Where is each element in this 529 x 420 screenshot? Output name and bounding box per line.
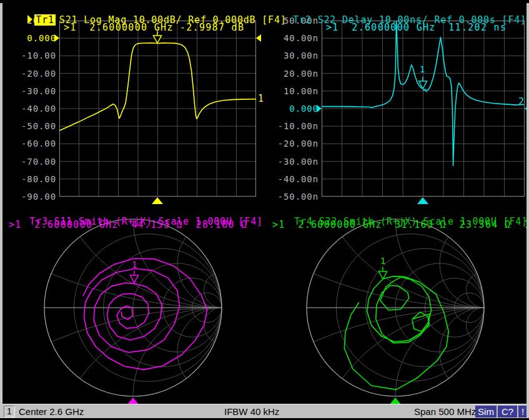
y-tick-label: -70.00	[21, 157, 56, 167]
marker-1-label-tr3: 1	[132, 260, 137, 270]
trace-label-tr2[interactable]: Tr2	[293, 14, 312, 26]
smith-chart-tr3	[39, 214, 227, 401]
y-tick-label: -30.00n	[278, 157, 319, 167]
marker-1-tr3[interactable]	[129, 271, 139, 286]
marker-readout-tr4: >1 2.6000000 GHz 31.163 Ω 23.364 Ω 1	[272, 219, 527, 230]
ref-level-marker-left-tr1[interactable]	[54, 34, 59, 42]
ref-level-marker-right-tr1[interactable]	[256, 34, 261, 42]
marker-readout-tr2: >1 2.6000000 GHz 11.202 ns	[326, 22, 523, 33]
marker-1-tr2[interactable]	[418, 77, 428, 92]
y-tick-label: -50.00	[21, 121, 56, 131]
ref-level-marker-left-tr2[interactable]	[317, 105, 322, 112]
ifbw-status: IFBW 40 kHz	[224, 406, 279, 417]
marker-1-tr4[interactable]	[378, 267, 388, 282]
y-tick-label: -40.00n	[278, 174, 319, 184]
y-tick-label: -10.00	[21, 51, 56, 61]
y-axis-tr2: 50.00n40.00n30.00n20.00n10.00n0.000-10.0…	[274, 21, 319, 197]
y-tick-label: -50.00n	[278, 192, 319, 202]
marker-readout-tr3: >1 2.6000000 GHz 44.153 Ω 28.180 Ω 1	[9, 219, 261, 230]
marker-1-label-tr2: 1	[420, 64, 425, 74]
y-tick-label: -10.00n	[278, 121, 319, 131]
active-trace-arrow-icon	[27, 15, 32, 24]
y-tick-label: 20.00n	[284, 69, 319, 79]
y-axis-tr1: 10.000.000-10.00-20.00-30.00-40.00-50.00…	[11, 21, 56, 197]
span-status: Span 500 MHz	[414, 406, 476, 417]
center-frequency-status: Center 2.6 GHz	[19, 406, 84, 417]
marker-1-tr1[interactable]	[152, 31, 162, 46]
correction-status-badge: C?	[498, 406, 517, 418]
stimulus-marker-tr1	[152, 197, 163, 204]
left-bezel	[0, 3, 2, 418]
channel-indicator: 1	[4, 406, 15, 418]
marker-1-label-tr4: 1	[380, 256, 385, 266]
y-tick-label: -30.00	[21, 86, 56, 96]
y-tick-label: 0.000	[289, 104, 319, 114]
alert-badge: !	[518, 406, 527, 418]
right-bezel	[527, 3, 529, 418]
y-tick-label: 10.00n	[284, 86, 319, 96]
trace-number-tr1: 1	[258, 93, 264, 104]
trace-badge-tr1[interactable]: Tr1	[34, 14, 56, 26]
status-bar: 1 Center 2.6 GHz IFBW 40 kHz Span 500 MH…	[2, 404, 527, 419]
y-tick-label: -40.00	[21, 104, 56, 114]
y-tick-label: -20.00	[21, 69, 56, 79]
trace-number-tr2: 2	[518, 96, 524, 107]
y-tick-label: -80.00	[21, 174, 56, 184]
sim-mode-badge: Sim	[475, 406, 497, 418]
vna-screen: Tr1S21 Log Mag 10.00dB/ Ref 0.000dB [F4]…	[0, 0, 529, 420]
plot-area-tr1	[59, 21, 256, 197]
y-tick-label: 30.00n	[284, 51, 319, 61]
y-tick-label: -60.00	[21, 139, 56, 149]
y-tick-label: -20.00n	[278, 139, 319, 149]
smith-chart-tr4	[302, 214, 489, 401]
plot-area-tr2	[322, 21, 525, 197]
y-tick-label: -90.00	[21, 192, 56, 202]
stimulus-marker-tr2	[417, 197, 428, 204]
